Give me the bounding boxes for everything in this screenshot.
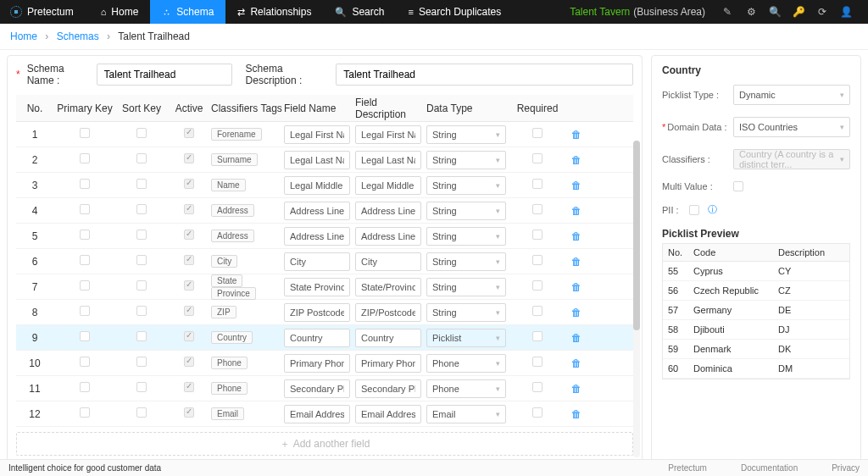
- delete-row-icon[interactable]: 🗑: [564, 357, 589, 369]
- field-name-input[interactable]: [284, 278, 350, 296]
- delete-row-icon[interactable]: 🗑: [564, 129, 589, 141]
- footer-link-pretectum[interactable]: Pretectum: [668, 463, 707, 473]
- field-desc-input[interactable]: [355, 252, 421, 271]
- data-type-select[interactable]: Phone▾: [426, 354, 506, 373]
- field-name-input[interactable]: [284, 379, 350, 398]
- classifier-tag[interactable]: Phone: [211, 357, 248, 369]
- field-desc-input[interactable]: [355, 405, 421, 423]
- table-row[interactable]: 8ZIPString▾🗑: [16, 300, 633, 325]
- business-area[interactable]: Talent Tavern: [570, 6, 630, 18]
- required-checkbox[interactable]: [532, 153, 542, 163]
- domain-data-select[interactable]: ISO Countries▾: [733, 117, 850, 137]
- data-type-select[interactable]: String▾: [426, 252, 506, 271]
- delete-row-icon[interactable]: 🗑: [564, 154, 589, 166]
- data-type-select[interactable]: String▾: [426, 125, 506, 144]
- classifier-tag[interactable]: ZIP: [211, 306, 236, 318]
- required-checkbox[interactable]: [532, 230, 542, 240]
- user-icon[interactable]: 👤: [834, 6, 858, 18]
- required-checkbox[interactable]: [532, 357, 542, 367]
- field-name-input[interactable]: [284, 125, 350, 144]
- delete-row-icon[interactable]: 🗑: [564, 281, 589, 293]
- sort-key-checkbox[interactable]: [136, 331, 147, 341]
- delete-row-icon[interactable]: 🗑: [564, 307, 589, 318]
- nav-schema[interactable]: ⛬Schema: [150, 0, 225, 24]
- preview-row[interactable]: 58DjiboutiDJ: [663, 320, 849, 340]
- crumb-home[interactable]: Home: [10, 30, 37, 42]
- delete-row-icon[interactable]: 🗑: [564, 332, 589, 344]
- sort-key-checkbox[interactable]: [136, 280, 147, 291]
- multi-value-checkbox[interactable]: [733, 181, 743, 191]
- field-desc-input[interactable]: [355, 176, 421, 195]
- sort-key-checkbox[interactable]: [136, 407, 147, 418]
- primary-key-checkbox[interactable]: [80, 382, 90, 392]
- sort-key-checkbox[interactable]: [136, 230, 147, 240]
- field-desc-input[interactable]: [355, 379, 421, 398]
- field-desc-input[interactable]: [355, 278, 421, 296]
- nav-home[interactable]: ⌂Home: [89, 0, 151, 24]
- table-row[interactable]: 4AddressString▾🗑: [16, 198, 633, 224]
- primary-key-checkbox[interactable]: [80, 128, 90, 138]
- data-type-select[interactable]: String▾: [426, 151, 506, 169]
- gear-icon[interactable]: ⚙: [739, 6, 763, 18]
- data-type-select[interactable]: Picklist▾: [426, 329, 506, 347]
- field-name-input[interactable]: [284, 405, 350, 423]
- field-desc-input[interactable]: [355, 227, 421, 246]
- sort-key-checkbox[interactable]: [136, 153, 147, 163]
- add-field-button[interactable]: ＋Add another field: [16, 432, 633, 456]
- delete-row-icon[interactable]: 🗑: [564, 205, 589, 217]
- delete-row-icon[interactable]: 🗑: [564, 383, 589, 395]
- primary-key-checkbox[interactable]: [80, 204, 90, 214]
- table-row[interactable]: 11PhonePhone▾🗑: [16, 376, 633, 401]
- active-checkbox[interactable]: [184, 407, 194, 418]
- preview-row[interactable]: 60DominicaDM: [663, 359, 849, 379]
- edit-icon[interactable]: ✎: [715, 6, 739, 18]
- delete-row-icon[interactable]: 🗑: [564, 408, 589, 420]
- schema-desc-input[interactable]: [336, 64, 633, 86]
- table-row[interactable]: 10PhonePhone▾🗑: [16, 351, 633, 376]
- field-name-input[interactable]: [284, 329, 350, 347]
- field-desc-input[interactable]: [355, 202, 421, 220]
- required-checkbox[interactable]: [532, 128, 542, 138]
- active-checkbox[interactable]: [184, 255, 194, 265]
- primary-key-checkbox[interactable]: [80, 357, 90, 367]
- data-type-select[interactable]: String▾: [426, 227, 506, 246]
- required-checkbox[interactable]: [532, 382, 542, 392]
- primary-key-checkbox[interactable]: [80, 331, 90, 341]
- data-type-select[interactable]: String▾: [426, 202, 506, 220]
- sort-key-checkbox[interactable]: [136, 382, 147, 392]
- table-row[interactable]: 1ForenameString▾🗑: [16, 122, 633, 147]
- delete-row-icon[interactable]: 🗑: [564, 180, 589, 191]
- active-checkbox[interactable]: [184, 280, 194, 291]
- classifier-tag[interactable]: Province: [211, 287, 256, 300]
- sort-key-checkbox[interactable]: [136, 255, 147, 265]
- info-icon[interactable]: ⓘ: [708, 203, 717, 216]
- preview-row[interactable]: 56Czech RepublicCZ: [663, 281, 849, 301]
- classifier-tag[interactable]: Country: [211, 331, 253, 344]
- required-checkbox[interactable]: [532, 407, 542, 418]
- field-name-input[interactable]: [284, 202, 350, 220]
- primary-key-checkbox[interactable]: [80, 153, 90, 163]
- required-checkbox[interactable]: [532, 306, 542, 316]
- classifier-tag[interactable]: State: [211, 274, 242, 287]
- sort-key-checkbox[interactable]: [136, 306, 147, 316]
- data-type-select[interactable]: Email▾: [426, 405, 506, 423]
- table-row[interactable]: 12EmailEmail▾🗑: [16, 401, 633, 427]
- active-checkbox[interactable]: [184, 382, 194, 392]
- primary-key-checkbox[interactable]: [80, 407, 90, 418]
- field-name-input[interactable]: [284, 303, 350, 322]
- active-checkbox[interactable]: [184, 153, 194, 163]
- field-name-input[interactable]: [284, 354, 350, 373]
- active-checkbox[interactable]: [184, 230, 194, 240]
- field-desc-input[interactable]: [355, 125, 421, 144]
- data-type-select[interactable]: String▾: [426, 278, 506, 296]
- preview-row[interactable]: 59DenmarkDK: [663, 340, 849, 359]
- field-name-input[interactable]: [284, 176, 350, 195]
- primary-key-checkbox[interactable]: [80, 280, 90, 291]
- sort-key-checkbox[interactable]: [136, 357, 147, 367]
- active-checkbox[interactable]: [184, 179, 194, 189]
- active-checkbox[interactable]: [184, 128, 194, 138]
- active-checkbox[interactable]: [184, 204, 194, 214]
- classifier-tag[interactable]: Name: [211, 179, 246, 191]
- classifier-tag[interactable]: Address: [211, 230, 254, 242]
- crumb-schemas[interactable]: Schemas: [57, 30, 99, 42]
